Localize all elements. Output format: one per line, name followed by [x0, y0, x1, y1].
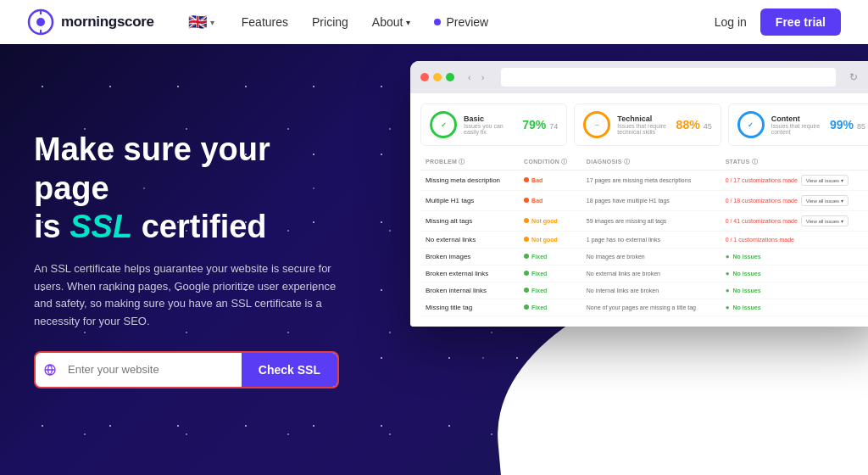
condition-dot [524, 218, 529, 223]
free-trial-button[interactable]: Free trial [760, 8, 841, 36]
condition-badge: Fixed [524, 305, 547, 310]
table-row: Missing alt tags Not good 59 images are … [420, 211, 868, 232]
login-link[interactable]: Log in [715, 15, 747, 29]
diagnosis-text: 17 pages are missing meta descriptions [587, 177, 691, 183]
table-row: Multiple H1 tags Bad 18 pages have multi… [420, 191, 868, 211]
problem-name: Missing alt tags [426, 217, 472, 225]
condition-label: Fixed [531, 254, 547, 260]
browser-window: ‹ › ↻ + ✓ Basic Issues you can easily fi… [410, 61, 868, 327]
condition-label: Bad [531, 198, 542, 204]
view-issues-btn-1[interactable]: View all issues ▾ [801, 195, 849, 206]
diagnosis-text: No external links are broken [587, 271, 660, 277]
score-nums-technical: 88% 45 [676, 118, 712, 131]
hero-section: Make sure your page is SSL certified An … [0, 44, 868, 475]
score-circle-content: ✓ [737, 111, 765, 138]
score-circle-basic: ✓ [430, 111, 457, 138]
col-status: STATUS ⓘ [721, 154, 868, 170]
view-issues-btn-2[interactable]: View all issues ▾ [801, 215, 849, 226]
condition-badge: Fixed [524, 288, 547, 293]
problem-name: Broken internal links [426, 287, 487, 294]
dashboard-mockup: ‹ › ↻ + ✓ Basic Issues you can easily fi… [410, 61, 868, 327]
col-condition: CONDITION ⓘ [519, 154, 581, 170]
logo[interactable]: morningscore [27, 8, 154, 36]
condition-label: Fixed [531, 288, 547, 293]
condition-dot [524, 177, 529, 182]
chevron-down-icon: ▾ [210, 18, 214, 27]
status-cell: 0 / 17 customizations made View all issu… [726, 175, 868, 186]
browser-bar: ‹ › ↻ + [410, 61, 868, 93]
browser-address-bar[interactable] [501, 68, 835, 87]
flag-icon: 🇬🇧 [188, 13, 207, 31]
nav-pricing[interactable]: Pricing [312, 15, 348, 29]
dashboard-body: ✓ Basic Issues you can easily fix 79% 74… [410, 93, 868, 327]
nav-preview[interactable]: Preview [434, 15, 488, 29]
score-info-content: Content Issues that require content [771, 115, 823, 135]
nav-links: Features Pricing About ▾ Preview [242, 15, 715, 29]
status-cell: ● No issues [726, 287, 868, 294]
score-nums-content: 99% 85 [830, 118, 865, 131]
diagnosis-text: 1 page has no external links [587, 237, 660, 243]
condition-dot [524, 271, 529, 276]
condition-dot [524, 305, 529, 310]
logo-icon [27, 8, 54, 36]
col-diagnosis: DIAGNOSIS ⓘ [581, 154, 721, 170]
score-label-basic: Basic [464, 115, 515, 123]
score-label-content: Content [771, 115, 823, 123]
status-cell: ● No issues [726, 304, 868, 311]
diagnosis-text: None of your pages are missing a title t… [587, 305, 696, 310]
nav-right: Log in Free trial [715, 8, 841, 36]
diagnosis-text: 59 images are missing alt tags [587, 218, 667, 224]
condition-label: Not good [531, 218, 558, 224]
maximize-dot [446, 73, 454, 81]
browser-nav-buttons: ‹ › [465, 71, 487, 83]
condition-badge: Fixed [524, 254, 547, 260]
score-sublabel-content: Issues that require content [771, 123, 823, 135]
status-cell: ● No issues [726, 270, 868, 277]
table-row: No external links Not good 1 page has no… [420, 232, 868, 249]
view-issues-btn-0[interactable]: View all issues ▾ [801, 175, 849, 186]
hero-title: Make sure your page is SSL certified [34, 131, 339, 247]
close-dot [420, 73, 429, 81]
svg-point-1 [36, 18, 45, 26]
browser-forward-icon[interactable]: › [478, 71, 488, 83]
ssl-highlight: SSL [70, 209, 132, 244]
score-sublabel-basic: Issues you can easily fix [464, 123, 515, 135]
problem-name: Broken images [426, 253, 470, 260]
condition-dot [524, 288, 529, 293]
condition-label: Fixed [531, 271, 547, 277]
score-nums-basic: 79% 74 [522, 118, 558, 131]
browser-back-icon[interactable]: ‹ [465, 71, 475, 83]
status-cell: 0 / 41 customizations made View all issu… [726, 215, 868, 226]
score-pct-content: 99% [830, 118, 854, 131]
about-chevron-icon: ▾ [406, 18, 410, 27]
table-row: Broken external links Fixed No external … [420, 265, 868, 282]
score-card-basic: ✓ Basic Issues you can easily fix 79% 74 [420, 103, 567, 146]
score-label-technical: Technical [617, 115, 669, 123]
nav-about[interactable]: About ▾ [372, 15, 411, 29]
hero-description: An SSL certificate helps guarantee your … [34, 260, 339, 331]
browser-reload-icon[interactable]: ↻ [849, 71, 858, 83]
problem-name: Missing title tag [426, 304, 472, 311]
check-ssl-button[interactable]: Check SSL [242, 353, 337, 387]
nav-features[interactable]: Features [242, 15, 288, 29]
diagnosis-text: No internal links are broken [587, 288, 659, 293]
table-row: Broken internal links Fixed No internal … [420, 282, 868, 299]
table-row: Broken images Fixed No images are broken… [420, 249, 868, 265]
website-input[interactable] [64, 355, 242, 384]
condition-badge: Fixed [524, 271, 547, 277]
condition-label: Fixed [531, 305, 547, 310]
language-selector[interactable]: 🇬🇧 ▾ [188, 13, 214, 31]
issues-table: PROBLEM ⓘ CONDITION ⓘ DIAGNOSIS ⓘ STATUS… [420, 154, 868, 316]
score-circle-technical: ~ [583, 111, 610, 138]
table-row: Missing meta description Bad 17 pages ar… [420, 170, 868, 191]
condition-badge: Not good [524, 218, 558, 224]
browser-dots [420, 73, 454, 81]
website-input-row: Check SSL [34, 351, 339, 388]
diagnosis-text: No images are broken [587, 254, 645, 260]
navbar: morningscore 🇬🇧 ▾ Features Pricing About… [0, 0, 868, 44]
hero-content: Make sure your page is SSL certified An … [0, 131, 373, 388]
score-cards: ✓ Basic Issues you can easily fix 79% 74… [420, 103, 868, 146]
score-pct-basic: 79% [522, 118, 546, 131]
minimize-dot [433, 73, 442, 81]
score-card-content: ✓ Content Issues that require content 99… [728, 103, 868, 146]
